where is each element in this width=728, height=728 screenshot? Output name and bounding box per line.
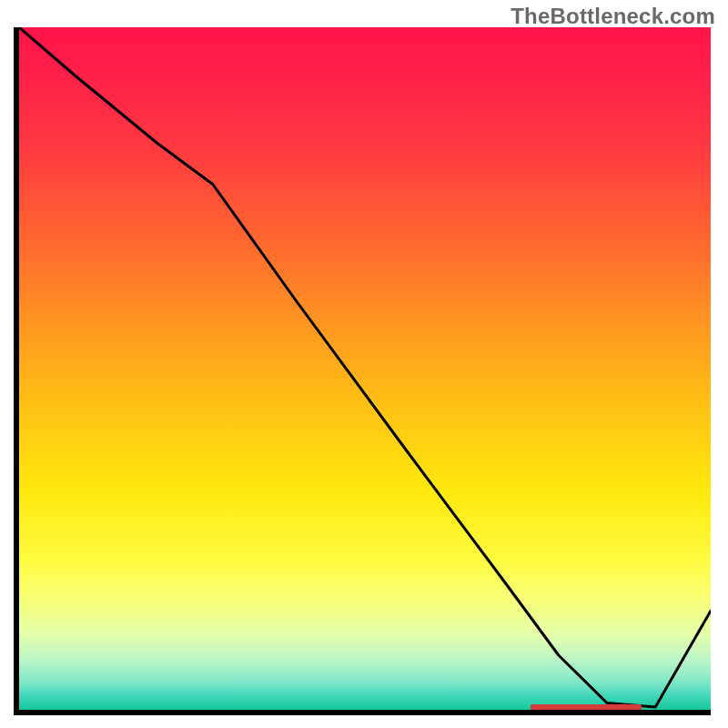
watermark-text: TheBottleneck.com <box>511 4 715 29</box>
x-axis <box>19 710 711 715</box>
plot-area <box>19 27 711 710</box>
y-axis <box>14 27 19 715</box>
background-gradient <box>19 27 711 710</box>
chart-container: TheBottleneck.com <box>0 0 728 728</box>
